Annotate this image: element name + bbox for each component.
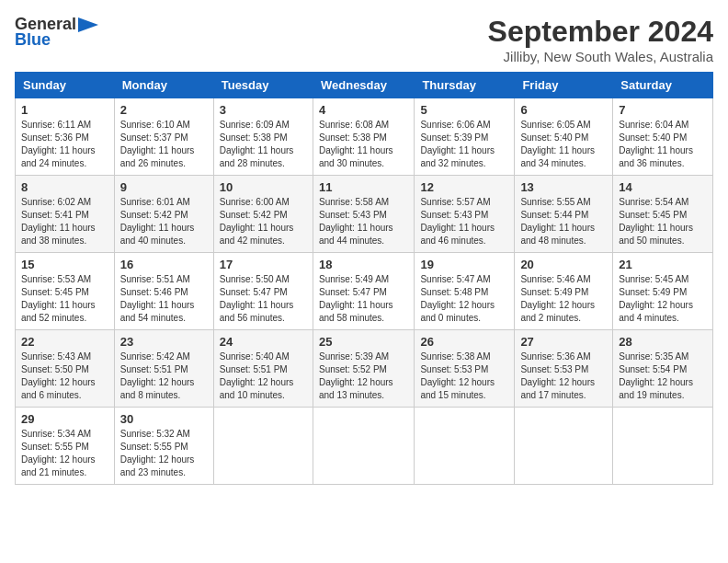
calendar-week-5: 29Sunrise: 5:34 AM Sunset: 5:55 PM Dayli… (16, 408, 713, 485)
day-info: Sunrise: 6:00 AM Sunset: 5:42 PM Dayligh… (220, 196, 307, 247)
calendar-header-row: SundayMondayTuesdayWednesdayThursdayFrid… (16, 73, 713, 98)
calendar-cell: 22Sunrise: 5:43 AM Sunset: 5:50 PM Dayli… (16, 330, 115, 408)
calendar-cell: 15Sunrise: 5:53 AM Sunset: 5:45 PM Dayli… (16, 253, 115, 330)
day-info: Sunrise: 5:57 AM Sunset: 5:43 PM Dayligh… (420, 196, 508, 247)
day-number: 9 (120, 180, 208, 194)
day-number: 8 (21, 180, 108, 194)
day-number: 22 (21, 335, 108, 349)
day-number: 19 (420, 258, 508, 271)
day-number: 10 (220, 180, 307, 194)
day-number: 16 (120, 258, 208, 271)
calendar-cell: 14Sunrise: 5:54 AM Sunset: 5:45 PM Dayli… (613, 176, 713, 253)
day-info: Sunrise: 6:06 AM Sunset: 5:39 PM Dayligh… (420, 119, 508, 170)
logo-blue-text: Blue (15, 30, 51, 50)
day-number: 6 (520, 103, 607, 117)
day-info: Sunrise: 5:38 AM Sunset: 5:53 PM Dayligh… (420, 350, 508, 402)
calendar-cell: 17Sunrise: 5:50 AM Sunset: 5:47 PM Dayli… (213, 253, 313, 330)
title-area: September 2024 Jilliby, New South Wales,… (488, 15, 713, 64)
calendar-cell: 19Sunrise: 5:47 AM Sunset: 5:48 PM Dayli… (415, 253, 515, 330)
calendar-week-1: 1Sunrise: 6:11 AM Sunset: 5:36 PM Daylig… (16, 98, 713, 176)
day-info: Sunrise: 6:05 AM Sunset: 5:40 PM Dayligh… (520, 119, 607, 170)
day-number: 28 (619, 335, 707, 349)
day-info: Sunrise: 5:36 AM Sunset: 5:53 PM Dayligh… (520, 350, 607, 402)
calendar-week-3: 15Sunrise: 5:53 AM Sunset: 5:45 PM Dayli… (16, 253, 713, 330)
day-info: Sunrise: 5:35 AM Sunset: 5:54 PM Dayligh… (619, 350, 707, 402)
calendar-cell: 30Sunrise: 5:32 AM Sunset: 5:55 PM Dayli… (114, 408, 213, 485)
day-info: Sunrise: 5:42 AM Sunset: 5:51 PM Dayligh… (120, 350, 208, 402)
column-header-wednesday: Wednesday (313, 73, 414, 98)
calendar-cell: 12Sunrise: 5:57 AM Sunset: 5:43 PM Dayli… (415, 176, 515, 253)
calendar-cell: 21Sunrise: 5:45 AM Sunset: 5:49 PM Dayli… (613, 253, 713, 330)
calendar-cell (213, 408, 313, 485)
day-info: Sunrise: 5:55 AM Sunset: 5:44 PM Dayligh… (520, 196, 607, 247)
day-number: 3 (220, 103, 307, 117)
calendar-cell: 27Sunrise: 5:36 AM Sunset: 5:53 PM Dayli… (515, 330, 613, 408)
calendar-cell: 26Sunrise: 5:38 AM Sunset: 5:53 PM Dayli… (415, 330, 515, 408)
day-number: 13 (520, 180, 607, 194)
calendar-cell (515, 408, 613, 485)
calendar-cell: 8Sunrise: 6:02 AM Sunset: 5:41 PM Daylig… (16, 176, 115, 253)
day-info: Sunrise: 6:11 AM Sunset: 5:36 PM Dayligh… (21, 119, 108, 170)
day-info: Sunrise: 6:08 AM Sunset: 5:38 PM Dayligh… (319, 119, 408, 170)
day-number: 4 (319, 103, 408, 117)
day-info: Sunrise: 6:01 AM Sunset: 5:42 PM Dayligh… (120, 196, 208, 247)
day-info: Sunrise: 6:09 AM Sunset: 5:38 PM Dayligh… (220, 119, 307, 170)
calendar-cell: 28Sunrise: 5:35 AM Sunset: 5:54 PM Dayli… (613, 330, 713, 408)
calendar-cell: 3Sunrise: 6:09 AM Sunset: 5:38 PM Daylig… (213, 98, 313, 176)
column-header-sunday: Sunday (16, 73, 115, 98)
location-subtitle: Jilliby, New South Wales, Australia (488, 49, 713, 64)
day-number: 25 (319, 335, 408, 349)
day-info: Sunrise: 5:40 AM Sunset: 5:51 PM Dayligh… (220, 350, 307, 402)
column-header-saturday: Saturday (613, 73, 713, 98)
day-info: Sunrise: 5:58 AM Sunset: 5:43 PM Dayligh… (319, 196, 408, 247)
day-number: 26 (420, 335, 508, 349)
svg-marker-0 (78, 17, 98, 32)
day-number: 18 (319, 258, 408, 271)
day-info: Sunrise: 5:34 AM Sunset: 5:55 PM Dayligh… (21, 428, 108, 479)
calendar-cell: 18Sunrise: 5:49 AM Sunset: 5:47 PM Dayli… (313, 253, 414, 330)
calendar-cell: 2Sunrise: 6:10 AM Sunset: 5:37 PM Daylig… (114, 98, 213, 176)
calendar-cell: 11Sunrise: 5:58 AM Sunset: 5:43 PM Dayli… (313, 176, 414, 253)
day-number: 27 (520, 335, 607, 349)
calendar-cell: 24Sunrise: 5:40 AM Sunset: 5:51 PM Dayli… (213, 330, 313, 408)
day-info: Sunrise: 5:32 AM Sunset: 5:55 PM Dayligh… (120, 428, 208, 479)
day-number: 1 (21, 103, 108, 117)
day-number: 30 (120, 412, 208, 426)
day-number: 29 (21, 412, 108, 426)
calendar-cell (613, 408, 713, 485)
day-info: Sunrise: 5:50 AM Sunset: 5:47 PM Dayligh… (220, 273, 307, 325)
calendar-cell: 4Sunrise: 6:08 AM Sunset: 5:38 PM Daylig… (313, 98, 414, 176)
calendar-cell (313, 408, 414, 485)
calendar-table: SundayMondayTuesdayWednesdayThursdayFrid… (15, 72, 713, 485)
calendar-week-4: 22Sunrise: 5:43 AM Sunset: 5:50 PM Dayli… (16, 330, 713, 408)
page-header: General Blue September 2024 Jilliby, New… (15, 15, 713, 64)
day-info: Sunrise: 5:47 AM Sunset: 5:48 PM Dayligh… (420, 273, 508, 325)
calendar-cell: 20Sunrise: 5:46 AM Sunset: 5:49 PM Dayli… (515, 253, 613, 330)
day-number: 20 (520, 258, 607, 271)
calendar-cell: 29Sunrise: 5:34 AM Sunset: 5:55 PM Dayli… (16, 408, 115, 485)
day-number: 15 (21, 258, 108, 271)
day-number: 2 (120, 103, 208, 117)
column-header-tuesday: Tuesday (213, 73, 313, 98)
logo: General Blue (15, 15, 98, 50)
column-header-monday: Monday (114, 73, 213, 98)
calendar-cell: 10Sunrise: 6:00 AM Sunset: 5:42 PM Dayli… (213, 176, 313, 253)
day-number: 21 (619, 258, 707, 271)
calendar-cell: 6Sunrise: 6:05 AM Sunset: 5:40 PM Daylig… (515, 98, 613, 176)
day-info: Sunrise: 5:53 AM Sunset: 5:45 PM Dayligh… (21, 273, 108, 325)
month-title: September 2024 (488, 15, 713, 49)
day-info: Sunrise: 5:54 AM Sunset: 5:45 PM Dayligh… (619, 196, 707, 247)
calendar-cell: 5Sunrise: 6:06 AM Sunset: 5:39 PM Daylig… (415, 98, 515, 176)
day-number: 5 (420, 103, 508, 117)
day-info: Sunrise: 5:45 AM Sunset: 5:49 PM Dayligh… (619, 273, 707, 325)
day-number: 17 (220, 258, 307, 271)
calendar-cell: 16Sunrise: 5:51 AM Sunset: 5:46 PM Dayli… (114, 253, 213, 330)
calendar-cell: 25Sunrise: 5:39 AM Sunset: 5:52 PM Dayli… (313, 330, 414, 408)
day-info: Sunrise: 6:02 AM Sunset: 5:41 PM Dayligh… (21, 196, 108, 247)
day-number: 23 (120, 335, 208, 349)
day-info: Sunrise: 5:51 AM Sunset: 5:46 PM Dayligh… (120, 273, 208, 325)
day-number: 7 (619, 103, 707, 117)
day-info: Sunrise: 5:39 AM Sunset: 5:52 PM Dayligh… (319, 350, 408, 402)
day-number: 12 (420, 180, 508, 194)
calendar-cell: 9Sunrise: 6:01 AM Sunset: 5:42 PM Daylig… (114, 176, 213, 253)
